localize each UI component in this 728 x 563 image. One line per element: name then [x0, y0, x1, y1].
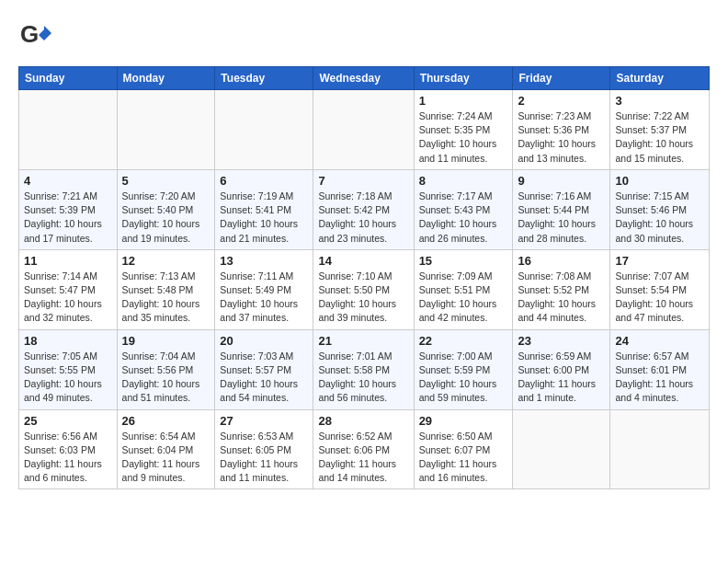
- cell-day-info: Sunrise: 7:11 AMSunset: 5:49 PMDaylight:…: [220, 270, 308, 326]
- cell-date-number: 10: [615, 174, 704, 188]
- calendar-table: SundayMondayTuesdayWednesdayThursdayFrid…: [18, 66, 710, 489]
- cell-day-info: Sunrise: 7:08 AMSunset: 5:52 PMDaylight:…: [518, 270, 605, 326]
- calendar-cell: [19, 90, 118, 170]
- cell-day-info: Sunrise: 7:04 AMSunset: 5:56 PMDaylight:…: [122, 350, 210, 406]
- cell-day-info: Sunrise: 7:18 AMSunset: 5:42 PMDaylight:…: [318, 190, 408, 246]
- calendar-cell: 26Sunrise: 6:54 AMSunset: 6:04 PMDayligh…: [117, 409, 215, 489]
- cell-day-info: Sunrise: 7:14 AMSunset: 5:47 PMDaylight:…: [24, 270, 112, 326]
- cell-day-info: Sunrise: 6:56 AMSunset: 6:03 PMDaylight:…: [24, 430, 112, 486]
- cell-date-number: 16: [518, 254, 605, 268]
- cell-day-info: Sunrise: 7:24 AMSunset: 5:35 PMDaylight:…: [419, 109, 508, 166]
- cell-date-number: 28: [318, 414, 408, 428]
- calendar-cell: 13Sunrise: 7:11 AMSunset: 5:49 PMDayligh…: [215, 249, 313, 329]
- calendar-cell: 18Sunrise: 7:05 AMSunset: 5:55 PMDayligh…: [19, 329, 118, 409]
- calendar-cell: 8Sunrise: 7:17 AMSunset: 5:43 PMDaylight…: [414, 169, 513, 249]
- cell-date-number: 29: [419, 414, 508, 428]
- calendar-cell: 15Sunrise: 7:09 AMSunset: 5:51 PMDayligh…: [414, 249, 513, 329]
- cell-day-info: Sunrise: 7:19 AMSunset: 5:41 PMDaylight:…: [220, 190, 308, 246]
- calendar-cell: 2Sunrise: 7:23 AMSunset: 5:36 PMDaylight…: [513, 90, 610, 170]
- cell-date-number: 25: [24, 414, 112, 428]
- calendar-cell: 21Sunrise: 7:01 AMSunset: 5:58 PMDayligh…: [313, 329, 414, 409]
- col-header-friday: Friday: [513, 67, 610, 90]
- col-header-wednesday: Wednesday: [313, 67, 414, 90]
- cell-date-number: 15: [419, 254, 508, 268]
- cell-date-number: 9: [518, 174, 605, 188]
- cell-day-info: Sunrise: 6:54 AMSunset: 6:04 PMDaylight:…: [122, 430, 210, 486]
- cell-date-number: 18: [24, 334, 112, 348]
- calendar-cell: 27Sunrise: 6:53 AMSunset: 6:05 PMDayligh…: [215, 409, 313, 489]
- cell-day-info: Sunrise: 7:07 AMSunset: 5:54 PMDaylight:…: [615, 270, 704, 326]
- cell-day-info: Sunrise: 6:59 AMSunset: 6:00 PMDaylight:…: [518, 350, 605, 406]
- calendar-cell: 1Sunrise: 7:24 AMSunset: 5:35 PMDaylight…: [414, 90, 513, 170]
- calendar-cell: 7Sunrise: 7:18 AMSunset: 5:42 PMDaylight…: [313, 169, 414, 249]
- cell-date-number: 5: [122, 174, 210, 188]
- calendar-cell: 17Sunrise: 7:07 AMSunset: 5:54 PMDayligh…: [610, 249, 710, 329]
- col-header-thursday: Thursday: [414, 67, 513, 90]
- cell-date-number: 6: [220, 174, 308, 188]
- svg-marker-1: [39, 26, 51, 40]
- cell-day-info: Sunrise: 6:50 AMSunset: 6:07 PMDaylight:…: [419, 430, 508, 486]
- calendar-cell: 11Sunrise: 7:14 AMSunset: 5:47 PMDayligh…: [19, 249, 118, 329]
- cell-day-info: Sunrise: 6:53 AMSunset: 6:05 PMDaylight:…: [220, 430, 308, 486]
- cell-day-info: Sunrise: 7:15 AMSunset: 5:46 PMDaylight:…: [615, 190, 704, 246]
- cell-day-info: Sunrise: 7:10 AMSunset: 5:50 PMDaylight:…: [318, 270, 408, 326]
- cell-day-info: Sunrise: 7:17 AMSunset: 5:43 PMDaylight:…: [419, 190, 508, 246]
- calendar-cell: 3Sunrise: 7:22 AMSunset: 5:37 PMDaylight…: [610, 90, 710, 170]
- cell-day-info: Sunrise: 7:16 AMSunset: 5:44 PMDaylight:…: [518, 190, 605, 246]
- cell-date-number: 7: [318, 174, 408, 188]
- cell-day-info: Sunrise: 7:03 AMSunset: 5:57 PMDaylight:…: [220, 350, 308, 406]
- calendar-cell: 23Sunrise: 6:59 AMSunset: 6:00 PMDayligh…: [513, 329, 610, 409]
- calendar-cell: [215, 90, 313, 170]
- cell-day-info: Sunrise: 7:21 AMSunset: 5:39 PMDaylight:…: [24, 190, 112, 246]
- calendar-cell: 28Sunrise: 6:52 AMSunset: 6:06 PMDayligh…: [313, 409, 414, 489]
- calendar-cell: 5Sunrise: 7:20 AMSunset: 5:40 PMDaylight…: [117, 169, 215, 249]
- cell-date-number: 4: [24, 174, 112, 188]
- cell-date-number: 14: [318, 254, 408, 268]
- calendar-cell: 6Sunrise: 7:19 AMSunset: 5:41 PMDaylight…: [215, 169, 313, 249]
- cell-date-number: 8: [419, 174, 508, 188]
- calendar-cell: 10Sunrise: 7:15 AMSunset: 5:46 PMDayligh…: [610, 169, 710, 249]
- cell-day-info: Sunrise: 7:09 AMSunset: 5:51 PMDaylight:…: [419, 270, 508, 326]
- cell-date-number: 2: [518, 94, 605, 108]
- cell-date-number: 3: [615, 94, 704, 108]
- logo: G: [18, 18, 55, 52]
- cell-day-info: Sunrise: 6:57 AMSunset: 6:01 PMDaylight:…: [615, 350, 704, 406]
- calendar-cell: 14Sunrise: 7:10 AMSunset: 5:50 PMDayligh…: [313, 249, 414, 329]
- cell-day-info: Sunrise: 7:22 AMSunset: 5:37 PMDaylight:…: [615, 109, 704, 166]
- calendar-cell: 25Sunrise: 6:56 AMSunset: 6:03 PMDayligh…: [19, 409, 118, 489]
- cell-date-number: 19: [122, 334, 210, 348]
- calendar-cell: 20Sunrise: 7:03 AMSunset: 5:57 PMDayligh…: [215, 329, 313, 409]
- col-header-sunday: Sunday: [19, 67, 118, 90]
- cell-date-number: 22: [419, 334, 508, 348]
- cell-date-number: 24: [615, 334, 704, 348]
- cell-date-number: 20: [220, 334, 308, 348]
- calendar-cell: 9Sunrise: 7:16 AMSunset: 5:44 PMDaylight…: [513, 169, 610, 249]
- cell-date-number: 1: [419, 94, 508, 108]
- calendar-cell: 19Sunrise: 7:04 AMSunset: 5:56 PMDayligh…: [117, 329, 215, 409]
- calendar-cell: [610, 409, 710, 489]
- calendar-cell: 12Sunrise: 7:13 AMSunset: 5:48 PMDayligh…: [117, 249, 215, 329]
- cell-date-number: 27: [220, 414, 308, 428]
- col-header-monday: Monday: [117, 67, 215, 90]
- calendar-cell: [313, 90, 414, 170]
- calendar-cell: 22Sunrise: 7:00 AMSunset: 5:59 PMDayligh…: [414, 329, 513, 409]
- cell-day-info: Sunrise: 7:23 AMSunset: 5:36 PMDaylight:…: [518, 109, 605, 166]
- cell-day-info: Sunrise: 7:00 AMSunset: 5:59 PMDaylight:…: [419, 350, 508, 406]
- calendar-cell: 16Sunrise: 7:08 AMSunset: 5:52 PMDayligh…: [513, 249, 610, 329]
- cell-date-number: 12: [122, 254, 210, 268]
- calendar-cell: [117, 90, 215, 170]
- col-header-saturday: Saturday: [610, 67, 710, 90]
- col-header-tuesday: Tuesday: [215, 67, 313, 90]
- cell-date-number: 11: [24, 254, 112, 268]
- cell-day-info: Sunrise: 7:05 AMSunset: 5:55 PMDaylight:…: [24, 350, 112, 406]
- calendar-cell: [513, 409, 610, 489]
- cell-date-number: 21: [318, 334, 408, 348]
- cell-date-number: 13: [220, 254, 308, 268]
- calendar-cell: 4Sunrise: 7:21 AMSunset: 5:39 PMDaylight…: [19, 169, 118, 249]
- cell-day-info: Sunrise: 7:20 AMSunset: 5:40 PMDaylight:…: [122, 190, 210, 246]
- calendar-cell: 29Sunrise: 6:50 AMSunset: 6:07 PMDayligh…: [414, 409, 513, 489]
- cell-day-info: Sunrise: 7:01 AMSunset: 5:58 PMDaylight:…: [318, 350, 408, 406]
- svg-text:G: G: [20, 20, 39, 48]
- logo-icon: G: [18, 18, 51, 52]
- page-header: G: [18, 18, 710, 52]
